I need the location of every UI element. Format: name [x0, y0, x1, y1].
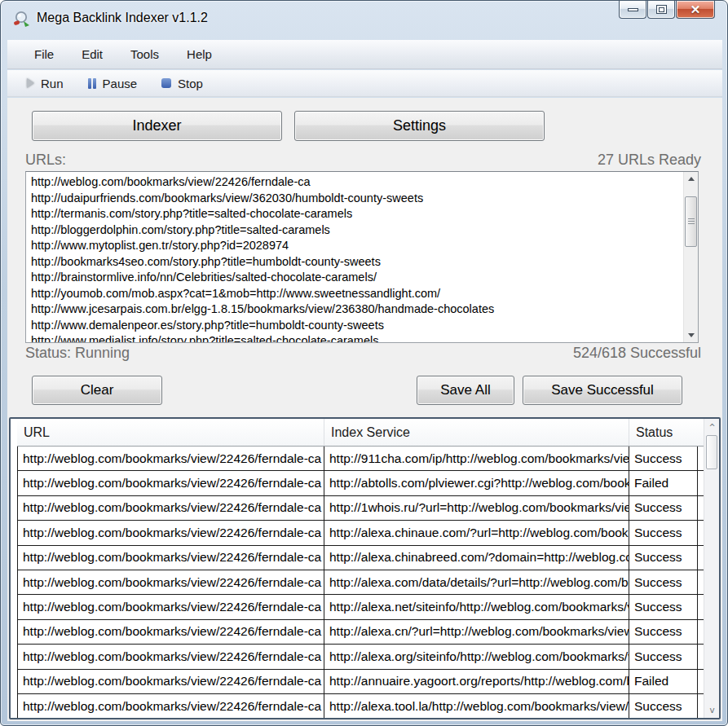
stop-icon [161, 78, 171, 88]
run-button[interactable]: Run [19, 73, 72, 94]
table-row[interactable]: http://weblog.com/bookmarks/view/22426/f… [17, 521, 704, 545]
cell-service: http://1whois.ru/?url=http://weblog.com/… [324, 496, 629, 520]
settings-tab-button[interactable]: Settings [294, 111, 545, 141]
table-scroll-down-icon[interactable]: v [704, 703, 720, 716]
close-button[interactable]: ✕ [676, 1, 715, 19]
table-scrollbar-thumb[interactable] [706, 435, 717, 469]
menu-tools[interactable]: Tools [120, 43, 170, 65]
grip-icon [688, 218, 695, 226]
cell-status: Success [629, 496, 698, 520]
cell-service: http://alexa.chinabreed.com/?domain=http… [324, 546, 629, 570]
stop-button[interactable]: Stop [153, 73, 211, 94]
urls-ready-count: 27 URLs Ready [598, 152, 701, 169]
app-window: Mega Backlink Indexer v1.1.2 ✕ File Edit… [0, 0, 728, 726]
window-title: Mega Backlink Indexer v1.1.2 [37, 11, 208, 25]
column-header-status[interactable]: Status [629, 419, 698, 446]
pause-label: Pause [103, 77, 138, 90]
cell-url: http://weblog.com/bookmarks/view/22426/f… [17, 447, 324, 470]
cell-service: http://911cha.com/ip/http://weblog.com/b… [324, 447, 629, 470]
table-row[interactable]: http://weblog.com/bookmarks/view/22426/f… [17, 471, 704, 495]
cell-status: Success [629, 447, 698, 470]
minimize-button[interactable] [619, 1, 646, 19]
table-row[interactable]: http://weblog.com/bookmarks/view/22426/f… [17, 645, 704, 669]
pause-button[interactable]: Pause [80, 73, 146, 94]
cell-url: http://weblog.com/bookmarks/view/22426/f… [17, 570, 324, 594]
cell-url: http://weblog.com/bookmarks/view/22426/f… [17, 471, 324, 495]
indexer-tab-button[interactable]: Indexer [32, 111, 282, 141]
cell-url: http://weblog.com/bookmarks/view/22426/f… [17, 645, 324, 668]
cell-service: http://alexa.cn/?url=http://weblog.com/b… [324, 620, 629, 644]
cell-status: Success [629, 694, 698, 718]
minimize-icon [628, 8, 638, 11]
table-scroll-up-icon[interactable]: ^ [704, 420, 720, 433]
close-icon: ✕ [690, 2, 701, 17]
app-logo-icon [12, 10, 32, 29]
stop-label: Stop [178, 77, 203, 90]
cell-service: http://abtolls.com/plviewer.cgi?http://w… [324, 471, 629, 495]
urls-label: URLs: [25, 152, 66, 169]
cell-status: Success [629, 645, 698, 668]
maximize-button[interactable] [647, 1, 675, 19]
cell-service: http://alexa.tool.la/http://weblog.com/b… [324, 694, 629, 718]
pause-icon [88, 78, 96, 89]
table-row[interactable]: http://weblog.com/bookmarks/view/22426/f… [17, 670, 704, 694]
table-header-row: URL Index Service Status [17, 419, 704, 447]
cell-url: http://weblog.com/bookmarks/view/22426/f… [17, 670, 324, 693]
play-icon [27, 78, 34, 88]
save-all-button[interactable]: Save All [417, 376, 514, 405]
results-table: URL Index Service Status http://weblog.c… [9, 417, 721, 719]
cell-status: Success [629, 521, 698, 544]
successful-count: 524/618 Successful [573, 345, 701, 362]
urls-list[interactable]: http://weblog.com/bookmarks/view/22426/f… [26, 172, 683, 342]
table-row[interactable]: http://weblog.com/bookmarks/view/22426/f… [17, 570, 704, 595]
table-row[interactable]: http://weblog.com/bookmarks/view/22426/f… [17, 447, 704, 471]
table-row[interactable]: http://weblog.com/bookmarks/view/22426/f… [17, 694, 704, 718]
scrollbar-thumb[interactable] [685, 196, 697, 247]
run-label: Run [41, 77, 64, 90]
scroll-down-button[interactable] [684, 328, 699, 342]
save-successful-button[interactable]: Save Successful [523, 376, 682, 405]
table-body: http://weblog.com/bookmarks/view/22426/f… [17, 447, 704, 718]
maximize-icon [656, 5, 667, 14]
cell-url: http://weblog.com/bookmarks/view/22426/f… [17, 546, 324, 570]
status-text: Status: Running [25, 345, 130, 362]
cell-url: http://weblog.com/bookmarks/view/22426/f… [17, 496, 324, 520]
cell-service: http://annuaire.yagoort.org/reports/http… [324, 670, 629, 693]
arrow-down-icon [688, 333, 695, 337]
column-header-url[interactable]: URL [17, 419, 324, 446]
urls-scrollbar[interactable] [683, 172, 698, 342]
cell-url: http://weblog.com/bookmarks/view/22426/f… [17, 521, 324, 544]
cell-status: Failed [629, 471, 698, 495]
cell-status: Failed [629, 670, 698, 693]
table-row[interactable]: http://weblog.com/bookmarks/view/22426/f… [17, 546, 704, 570]
cell-service: http://alexa.chinaue.com/?url=http://web… [324, 521, 629, 544]
title-bar[interactable]: Mega Backlink Indexer v1.1.2 ✕ [1, 1, 727, 38]
cell-status: Success [629, 546, 698, 570]
cell-status: Success [629, 620, 698, 644]
table-row[interactable]: http://weblog.com/bookmarks/view/22426/f… [17, 595, 704, 619]
cell-url: http://weblog.com/bookmarks/view/22426/f… [17, 694, 324, 718]
menu-bar: File Edit Tools Help [7, 40, 722, 69]
scroll-up-button[interactable] [684, 172, 699, 186]
cell-service: http://alexa.net/siteinfo/http://weblog.… [324, 595, 629, 618]
cell-service: http://alexa.org/siteinfo/http://weblog.… [324, 645, 629, 668]
cell-url: http://weblog.com/bookmarks/view/22426/f… [17, 620, 324, 644]
menu-file[interactable]: File [24, 43, 64, 65]
urls-textbox[interactable]: http://weblog.com/bookmarks/view/22426/f… [25, 171, 699, 343]
arrow-up-icon [688, 177, 695, 181]
table-row[interactable]: http://weblog.com/bookmarks/view/22426/f… [17, 496, 704, 521]
tool-bar: Run Pause Stop [7, 70, 722, 97]
table-scrollbar[interactable]: ^ v [704, 419, 719, 718]
cell-url: http://weblog.com/bookmarks/view/22426/f… [17, 595, 324, 618]
menu-help[interactable]: Help [176, 43, 223, 65]
cell-status: Success [629, 570, 698, 594]
client-area: Indexer Settings URLs: 27 URLs Ready htt… [7, 98, 722, 721]
clear-button[interactable]: Clear [32, 376, 162, 405]
cell-service: http://alexa.com/data/details/?url=http:… [324, 570, 629, 594]
column-header-service[interactable]: Index Service [324, 419, 629, 446]
table-row[interactable]: http://weblog.com/bookmarks/view/22426/f… [17, 620, 704, 645]
cell-status: Success [629, 595, 698, 618]
menu-edit[interactable]: Edit [71, 43, 113, 65]
